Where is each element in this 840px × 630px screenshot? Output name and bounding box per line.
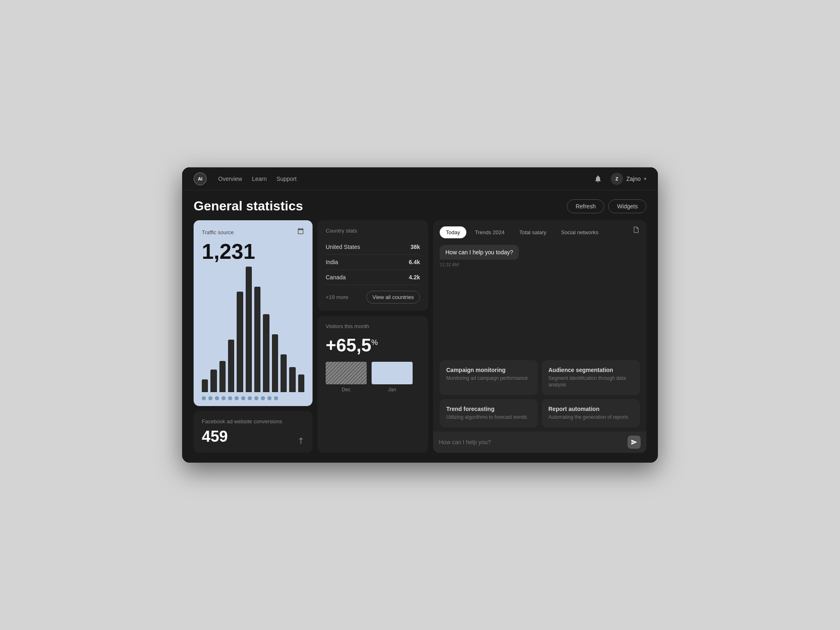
bar-6 — [246, 267, 252, 392]
logo-button[interactable]: AI — [194, 172, 207, 185]
panel-settings-icon[interactable] — [632, 226, 640, 238]
feature-title-trend: Trend forecasting — [446, 406, 531, 412]
feature-card-report[interactable]: Report automation Automating the generat… — [542, 399, 640, 427]
visitors-card: Visitors this month +65,5% Dec Jan — [317, 316, 428, 453]
dot-11 — [267, 396, 272, 400]
app-window: AI Overview Learn Support Z Zajno ▾ — [182, 167, 658, 463]
dot-12 — [274, 396, 278, 400]
bar-12 — [298, 374, 304, 392]
facebook-conversions-card: Facebook ad website conversions 459 ↗ — [194, 411, 313, 453]
nav-support[interactable]: Support — [276, 176, 297, 182]
jan-bar — [372, 362, 413, 384]
feature-card-campaign[interactable]: Campaign monitoring Monitoring ad campai… — [440, 360, 538, 395]
user-menu[interactable]: Z Zajno ▾ — [611, 173, 646, 185]
bar-11 — [289, 367, 295, 392]
dot-6 — [235, 396, 239, 400]
view-all-countries-button[interactable]: View all countries — [366, 291, 420, 304]
dot-7 — [241, 396, 245, 400]
feature-grid: Campaign monitoring Monitoring ad campai… — [440, 360, 640, 427]
country-stats-card: Country stats United States 38k India 6.… — [317, 220, 428, 311]
dot-3 — [215, 396, 219, 400]
logo-text: AI — [198, 176, 203, 181]
dec-label: Dec — [342, 387, 350, 393]
refresh-button[interactable]: Refresh — [567, 199, 604, 213]
tab-social[interactable]: Social networks — [555, 226, 605, 238]
bar-7 — [254, 287, 260, 392]
bar-10 — [281, 354, 287, 392]
feature-card-audience[interactable]: Audience segmentation Segment identifica… — [542, 360, 640, 395]
more-text: +19 more — [326, 294, 348, 300]
chat-input-row — [433, 431, 646, 453]
dot-2 — [208, 396, 212, 400]
feature-desc-audience: Segment identification through data anal… — [548, 375, 633, 389]
bar-4 — [228, 340, 234, 392]
country-name-india: India — [326, 259, 338, 265]
right-column: Today Trends 2024 Total salary Social ne… — [433, 220, 646, 453]
more-row: +19 more View all countries — [326, 291, 420, 304]
traffic-value: 1,231 — [202, 240, 304, 263]
nav-right: Z Zajno ▾ — [592, 173, 646, 185]
bar-3 — [219, 361, 226, 392]
traffic-source-label: Traffic source — [202, 229, 234, 235]
country-name-us: United States — [326, 244, 360, 250]
dot-1 — [202, 396, 206, 400]
logo-area: AI — [194, 172, 207, 185]
dot-4 — [221, 396, 226, 400]
feature-title-audience: Audience segmentation — [548, 367, 633, 373]
nav-overview[interactable]: Overview — [218, 176, 242, 182]
tab-today[interactable]: Today — [440, 226, 466, 238]
country-row-india: India 6.4k — [326, 255, 420, 270]
dot-9 — [254, 396, 258, 400]
chat-bubble: How can I help you today? — [440, 245, 519, 260]
visitors-value: +65,5% — [326, 335, 420, 356]
traffic-bar-chart — [202, 267, 304, 393]
fb-value: 459 — [202, 428, 228, 445]
header-actions: Refresh Widgets — [567, 199, 646, 213]
nav-links: Overview Learn Support — [218, 176, 297, 182]
left-column: Traffic source 1,231 — [194, 220, 313, 453]
feature-desc-report: Automating the generation of reports — [548, 414, 633, 421]
country-name-canada: Canada — [326, 274, 346, 281]
page-title: General statistics — [194, 199, 303, 214]
country-stats-label: Country stats — [326, 228, 420, 234]
dec-bar — [326, 362, 367, 384]
chevron-down-icon: ▾ — [644, 176, 646, 182]
arrow-icon[interactable]: ↗ — [295, 435, 307, 447]
bar-9 — [272, 334, 278, 392]
tab-salary[interactable]: Total salary — [513, 226, 552, 238]
feature-card-trend[interactable]: Trend forecasting Utilizing algorithms t… — [440, 399, 538, 427]
visitors-label: Visitors this month — [326, 323, 420, 329]
dot-8 — [248, 396, 252, 400]
dot-5 — [228, 396, 232, 400]
feature-title-report: Report automation — [548, 406, 633, 412]
dot-10 — [261, 396, 265, 400]
tab-trends[interactable]: Trends 2024 — [469, 226, 511, 238]
bar-comparison: Dec Jan — [326, 364, 420, 393]
send-button[interactable] — [628, 436, 641, 449]
middle-column: Country stats United States 38k India 6.… — [317, 220, 428, 453]
avatar: Z — [611, 173, 623, 185]
country-row-us: United States 38k — [326, 240, 420, 255]
bar-8 — [263, 314, 269, 392]
feature-desc-campaign: Monitoring ad campaign performance — [446, 375, 531, 382]
nav-learn[interactable]: Learn — [252, 176, 267, 182]
chart-dots — [202, 396, 304, 400]
feature-title-campaign: Campaign monitoring — [446, 367, 531, 373]
jan-bar-group: Jan — [372, 362, 413, 393]
bar-1 — [202, 379, 208, 392]
fb-label: Facebook ad website conversions — [202, 418, 304, 425]
ai-panel: Today Trends 2024 Total salary Social ne… — [433, 220, 646, 453]
main-content: Traffic source 1,231 — [182, 220, 658, 463]
chat-area: How can I help you today? 11:32 AM Campa… — [433, 238, 646, 431]
chat-input[interactable] — [439, 439, 624, 445]
feature-desc-trend: Utilizing algorithms to forecast trends — [446, 414, 531, 421]
notification-bell[interactable] — [592, 173, 604, 185]
bar-5 — [237, 292, 243, 392]
country-value-canada: 4.2k — [409, 274, 420, 281]
jan-label: Jan — [388, 387, 396, 393]
bar-2 — [210, 370, 217, 392]
dec-bar-group: Dec — [326, 362, 367, 393]
calendar-icon[interactable] — [297, 228, 304, 237]
widgets-button[interactable]: Widgets — [608, 199, 646, 213]
country-row-canada: Canada 4.2k — [326, 270, 420, 285]
